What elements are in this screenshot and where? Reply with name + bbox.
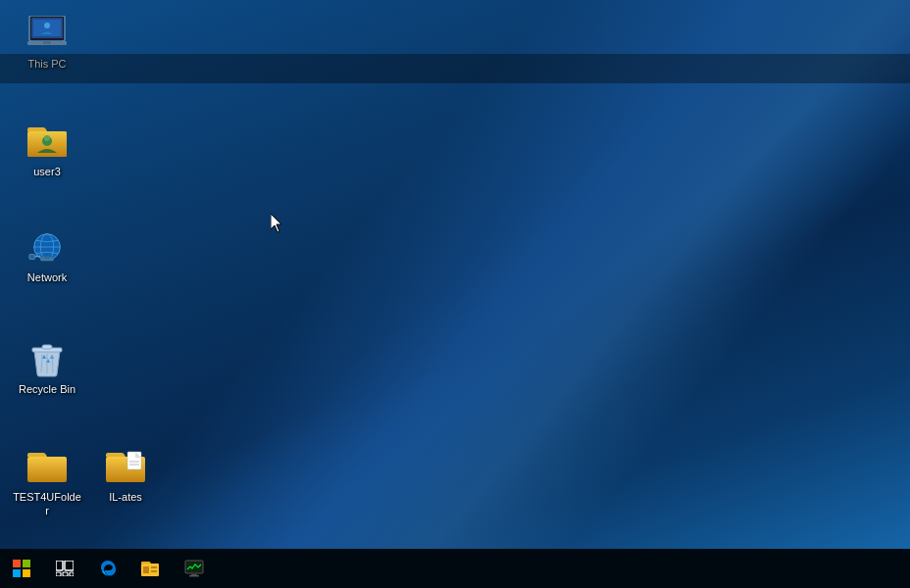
explorer-button[interactable] [129, 549, 173, 588]
il-ates-label: IL-ates [109, 490, 142, 504]
desktop: This PC user3 [0, 0, 910, 549]
svg-rect-35 [70, 572, 74, 576]
svg-rect-37 [143, 566, 149, 573]
svg-point-9 [44, 135, 50, 141]
svg-rect-14 [44, 257, 50, 260]
desktop-icon-this-pc[interactable]: This PC [8, 10, 86, 74]
svg-rect-18 [42, 345, 52, 349]
svg-rect-43 [189, 575, 199, 577]
svg-rect-16 [29, 255, 35, 260]
test4ufolder-label: TEST4UFolder [12, 490, 82, 518]
mouse-cursor [271, 214, 286, 233]
start-button[interactable] [0, 549, 43, 588]
svg-rect-34 [63, 572, 68, 576]
desktop-icon-il-ates[interactable]: IL-ates [86, 443, 165, 508]
task-view-button[interactable] [43, 549, 86, 588]
test4ufolder-icon-image [27, 447, 67, 486]
il-ates-icon-image [106, 447, 145, 486]
this-pc-label: This PC [27, 57, 66, 71]
svg-rect-33 [56, 572, 61, 576]
edge-button[interactable] [86, 549, 129, 588]
svg-rect-29 [13, 569, 21, 577]
svg-rect-38 [151, 566, 157, 568]
user3-icon-image [27, 122, 67, 161]
desktop-icon-user3[interactable]: user3 [8, 118, 86, 182]
desktop-icon-recycle-bin[interactable]: Recycle Bin [8, 335, 86, 400]
svg-rect-27 [13, 560, 21, 567]
svg-rect-31 [56, 561, 63, 570]
network-label: Network [27, 270, 67, 284]
task-manager-button[interactable] [173, 549, 216, 588]
desktop-icon-network[interactable]: Network [8, 223, 86, 288]
svg-rect-28 [23, 560, 30, 567]
svg-rect-24 [127, 452, 141, 469]
recycle-bin-label: Recycle Bin [19, 382, 76, 396]
svg-rect-22 [27, 457, 67, 482]
svg-point-5 [44, 23, 50, 28]
taskbar [0, 549, 910, 588]
recycle-bin-icon-image [27, 339, 67, 378]
this-pc-icon-image [27, 14, 67, 53]
network-icon-image [27, 227, 67, 267]
user3-label: user3 [33, 165, 61, 178]
svg-rect-39 [151, 570, 157, 572]
desktop-icon-test4ufolder[interactable]: TEST4UFolder [8, 443, 86, 522]
svg-rect-32 [65, 561, 74, 570]
svg-rect-30 [23, 569, 30, 577]
svg-rect-4 [43, 41, 51, 44]
